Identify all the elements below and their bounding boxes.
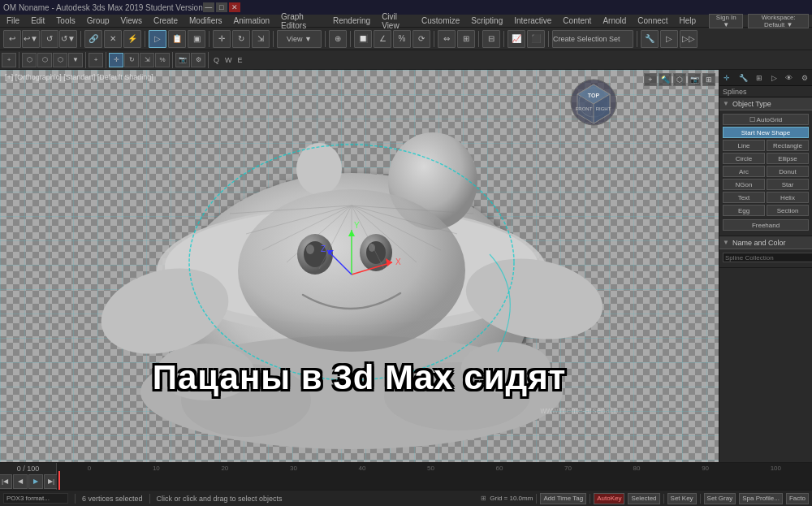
dope-sheet-button[interactable]: ⬛ xyxy=(527,30,545,48)
tb2-settings[interactable]: ⚙ xyxy=(191,53,205,67)
panel-icon-motion[interactable]: ▷ xyxy=(771,74,777,82)
rotate-button[interactable]: ↻ xyxy=(232,30,250,48)
panel-icon-create[interactable]: ✛ xyxy=(723,74,730,82)
plus-button[interactable]: + xyxy=(2,53,16,67)
timeline-track[interactable]: 0 10 20 30 40 50 60 70 80 90 100 xyxy=(57,463,812,490)
rectangle-btn[interactable]: Rectangle xyxy=(767,140,809,151)
section-btn[interactable]: Section xyxy=(767,205,809,216)
vp-icon-1[interactable]: + xyxy=(644,73,657,86)
reference-coord-button[interactable]: View ▼ xyxy=(277,30,322,48)
spinner-snap-button[interactable]: ⟳ xyxy=(412,30,430,48)
name-color-header[interactable]: ▼ Name and Color xyxy=(719,236,812,249)
tb2-add[interactable]: + xyxy=(89,53,103,67)
render-iteration-button[interactable]: ▷▷ xyxy=(680,30,698,48)
mirror-button[interactable]: ⇔ xyxy=(438,30,456,48)
set-key-button[interactable]: Set Key xyxy=(667,493,697,504)
select-object-button[interactable]: ▷ xyxy=(149,30,166,48)
facto-button[interactable]: Facto xyxy=(786,493,809,504)
ellipse-btn[interactable]: Ellipse xyxy=(767,153,809,164)
angle-snap-button[interactable]: ∠ xyxy=(374,30,391,48)
vp-icon-5[interactable]: ⊞ xyxy=(702,73,715,86)
workspace-button[interactable]: Workspace: Default ▼ xyxy=(748,14,809,28)
helix-btn[interactable]: Helix xyxy=(767,192,809,203)
snap-toggle-button[interactable]: 🔲 xyxy=(354,30,372,48)
arc-btn[interactable]: Arc xyxy=(723,166,765,177)
text-btn[interactable]: Text xyxy=(723,192,765,203)
donut-btn[interactable]: Donut xyxy=(767,166,809,177)
layer-manager-button[interactable]: ⊟ xyxy=(482,30,500,48)
sign-in-button[interactable]: Sign In ▼ xyxy=(709,14,743,28)
menu-connect[interactable]: Connect xyxy=(634,15,671,28)
freehand-btn[interactable]: Freehand xyxy=(723,219,809,231)
redo-button[interactable]: ↺ xyxy=(41,30,58,48)
viewport[interactable]: [+] [Orthographic] [Standart] [Default S… xyxy=(0,70,719,462)
menu-modifiers[interactable]: Modifiers xyxy=(186,15,226,28)
tb2-btn-3[interactable]: ⬡ xyxy=(53,53,67,67)
menu-scripting[interactable]: Scripting xyxy=(468,15,506,28)
tb2-percent[interactable]: % xyxy=(155,53,170,67)
nav-cube[interactable]: TOP RIGHT FRONT xyxy=(569,78,618,127)
autokey-button[interactable]: AutoKey xyxy=(594,493,624,504)
move-button[interactable]: ✛ xyxy=(213,30,231,48)
menu-create[interactable]: Create xyxy=(150,15,181,28)
menu-arnold[interactable]: Arnold xyxy=(599,15,629,28)
play-button[interactable]: ▶ xyxy=(28,474,43,489)
circle-btn[interactable]: Circle xyxy=(723,153,765,164)
autogrid-checkbox[interactable]: ☐ AutoGrid xyxy=(723,114,809,125)
panel-icon-modify[interactable]: 🔧 xyxy=(739,74,748,82)
undo-button[interactable]: ↩ xyxy=(3,30,21,48)
panel-icon-utilities[interactable]: ⚙ xyxy=(801,74,808,82)
menu-help[interactable]: Help xyxy=(676,15,700,28)
set-gray-button[interactable]: Set Gray xyxy=(704,493,736,504)
minimize-button[interactable]: — xyxy=(203,2,214,12)
tb2-btn-1[interactable]: ⬡ xyxy=(22,53,37,67)
select-link-button[interactable]: 🔗 xyxy=(84,30,102,48)
vp-icon-2[interactable]: 🔦 xyxy=(659,73,672,86)
pivot-button[interactable]: ⊕ xyxy=(329,30,347,48)
tb2-dropdown-1[interactable]: ▼ xyxy=(68,53,83,67)
vp-icon-3[interactable]: ⬡ xyxy=(673,73,686,86)
render-frame-button[interactable]: ▷ xyxy=(660,30,678,48)
line-btn[interactable]: Line xyxy=(723,140,765,151)
undo-history-button[interactable]: ↩▼ xyxy=(22,30,40,48)
object-type-header[interactable]: ▼ Object Type xyxy=(719,97,812,110)
unlink-button[interactable]: ✕ xyxy=(104,30,122,48)
menu-graph-editors[interactable]: Graph Editors xyxy=(278,15,325,28)
menu-edit[interactable]: Edit xyxy=(28,15,48,28)
tb2-capture[interactable]: 📷 xyxy=(175,53,190,67)
tb2-move[interactable]: ✛ xyxy=(109,53,123,67)
play-prev-button[interactable]: |◀ xyxy=(0,474,12,489)
bind-space-warp-button[interactable]: ⚡ xyxy=(123,30,141,48)
tb2-scale[interactable]: ⇲ xyxy=(140,53,154,67)
star-btn[interactable]: Star xyxy=(767,179,809,190)
menu-interactive[interactable]: Interactive xyxy=(511,15,555,28)
close-button[interactable]: ✕ xyxy=(229,2,240,12)
select-by-name-button[interactable]: 📋 xyxy=(168,30,186,48)
tb2-rotate[interactable]: ↻ xyxy=(124,53,139,67)
prev-frame-button[interactable]: ◀ xyxy=(13,474,28,489)
align-button[interactable]: ⊞ xyxy=(457,30,475,48)
vp-icon-4[interactable]: 📷 xyxy=(688,73,701,86)
menu-animation[interactable]: Animation xyxy=(231,15,273,28)
menu-group[interactable]: Group xyxy=(84,15,113,28)
add-time-tag-button[interactable]: Add Time Tag xyxy=(540,493,586,504)
panel-icon-display[interactable]: 👁 xyxy=(785,74,793,82)
menu-content[interactable]: Content xyxy=(559,15,594,28)
menu-views[interactable]: Views xyxy=(118,15,146,28)
curve-editor-button[interactable]: 📈 xyxy=(508,30,525,48)
egg-btn[interactable]: Egg xyxy=(723,205,765,216)
panel-icon-hierarchy[interactable]: ⊞ xyxy=(756,74,762,82)
menu-file[interactable]: File xyxy=(3,15,23,28)
tb2-btn-2[interactable]: ⬡ xyxy=(37,53,52,67)
start-new-shape-btn[interactable]: Start New Shape xyxy=(723,127,809,138)
percent-snap-button[interactable]: % xyxy=(393,30,411,48)
object-name-input[interactable] xyxy=(723,253,812,262)
maximize-button[interactable]: □ xyxy=(216,2,227,12)
menu-rendering[interactable]: Rendering xyxy=(330,15,374,28)
ngon-btn[interactable]: NGon xyxy=(723,179,765,190)
menu-tools[interactable]: Tools xyxy=(53,15,78,28)
menu-civil-view[interactable]: Civil View xyxy=(378,15,413,28)
redo-history-button[interactable]: ↺▼ xyxy=(59,30,77,48)
scale-button[interactable]: ⇲ xyxy=(252,30,270,48)
selection-set-input[interactable] xyxy=(552,30,633,48)
